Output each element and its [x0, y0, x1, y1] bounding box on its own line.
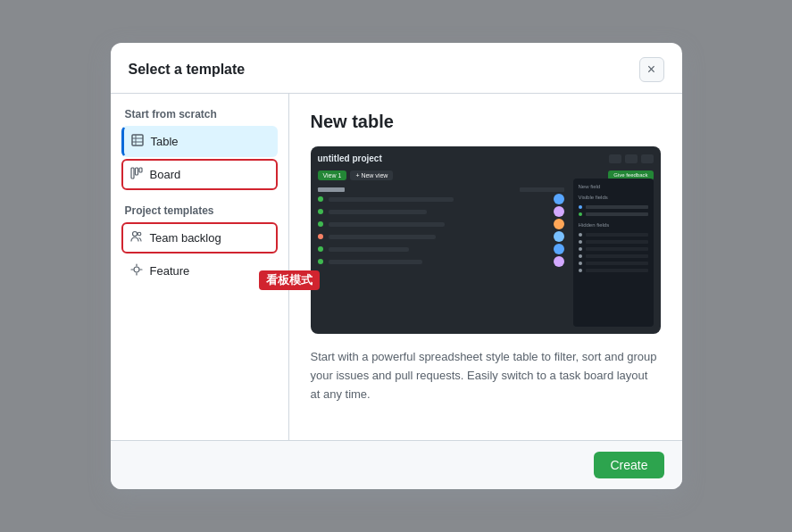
template-modal: Select a template × Start from scratch	[111, 43, 682, 488]
scratch-section-label: Start from scratch	[121, 108, 278, 121]
team-backlog-icon	[130, 230, 143, 245]
preview-avatar-5	[554, 244, 564, 254]
preview-icon-1	[609, 154, 621, 163]
preview-panel-title: New field	[579, 184, 648, 189]
preview-toolbar-icons	[609, 154, 654, 163]
board-icon	[130, 167, 143, 182]
modal-header: Select a template ×	[111, 43, 682, 94]
preview-text-4	[329, 235, 436, 239]
preview-row-4	[318, 231, 564, 242]
preview-field-dot-5	[579, 247, 582, 251]
preview-dot-4	[318, 234, 323, 239]
preview-row-6	[318, 256, 564, 267]
preview-field-labels	[579, 233, 648, 237]
preview-field-text-3	[586, 233, 648, 237]
template-title: New table	[311, 112, 661, 132]
preview-text-1	[329, 197, 454, 202]
team-backlog-label: Team backlog	[150, 231, 221, 245]
preview-hidden-fields-label: Hidden fields	[579, 222, 648, 228]
preview-field-assignees	[579, 205, 648, 209]
preview-field-status	[579, 212, 648, 216]
preview-field-dot-6	[579, 254, 582, 258]
close-icon: ×	[647, 62, 655, 78]
svg-rect-6	[139, 168, 142, 172]
sidebar-item-board[interactable]: Board	[121, 159, 278, 190]
preview-row-2	[318, 206, 564, 217]
preview-field-text-7	[586, 262, 648, 265]
preview-field-tracks	[579, 247, 648, 251]
table-label: Table	[151, 135, 179, 148]
preview-text-5	[329, 247, 409, 252]
preview-table: Title	[318, 187, 564, 267]
preview-field-text-1	[586, 205, 648, 209]
svg-rect-5	[135, 168, 138, 175]
preview-tab-new: + New view	[350, 170, 393, 180]
preview-text-3	[329, 222, 445, 227]
preview-dot-1	[318, 196, 323, 202]
modal-footer: Create	[111, 440, 682, 489]
preview-dot-3	[318, 221, 323, 227]
preview-row-1	[318, 194, 564, 204]
preview-row-5	[318, 244, 564, 254]
templates-section-label: Project templates	[121, 204, 278, 217]
svg-point-9	[134, 267, 139, 272]
preview-field-reviewers	[579, 254, 648, 258]
svg-rect-0	[132, 135, 143, 145]
preview-row-3	[318, 219, 564, 229]
sidebar-item-feature[interactable]: Feature	[121, 255, 278, 287]
preview-avatar-3	[554, 219, 564, 229]
preview-text-6	[329, 260, 422, 264]
preview-project-name: untitled project	[318, 154, 382, 163]
preview-field-repository	[579, 262, 648, 265]
preview-dot-5	[318, 246, 323, 252]
preview-field-text-2	[586, 212, 648, 216]
preview-header-assignees	[520, 187, 564, 192]
svg-point-7	[132, 232, 137, 237]
preview-field-text-8	[586, 269, 648, 272]
preview-field-linked-prs	[579, 240, 648, 244]
preview-avatar-4	[554, 231, 564, 242]
feature-label: Feature	[150, 264, 190, 278]
preview-icon-2	[625, 154, 638, 163]
preview-field-milestone	[579, 269, 648, 272]
modal-overlay: Select a template × Start from scratch	[0, 0, 792, 532]
preview-field-text-6	[586, 254, 648, 258]
preview-tab-1: View 1	[318, 170, 347, 180]
sidebar-item-table[interactable]: Table	[121, 126, 278, 157]
preview-dot-2	[318, 209, 323, 214]
template-sidebar: Start from scratch Table	[111, 94, 289, 439]
preview-avatar-1	[554, 194, 564, 204]
preview-visible-fields-label: Visible fields	[579, 195, 648, 200]
table-icon	[131, 134, 144, 149]
preview-field-text-4	[586, 240, 648, 244]
preview-field-dot-8	[579, 269, 582, 272]
modal-close-button[interactable]: ×	[639, 57, 664, 82]
preview-dot-6	[318, 259, 323, 264]
preview-icon-3	[641, 154, 654, 163]
preview-field-text-5	[586, 247, 648, 251]
modal-title: Select a template	[129, 62, 246, 78]
preview-field-dot-3	[579, 233, 582, 237]
preview-text-2	[329, 210, 427, 214]
template-description: Start with a powerful spreadsheet style …	[311, 348, 661, 403]
board-label: Board	[150, 168, 181, 181]
preview-field-dot-1	[579, 205, 582, 209]
svg-point-8	[138, 232, 141, 236]
feature-icon	[130, 263, 143, 278]
sidebar-item-team-backlog[interactable]: Team backlog	[121, 222, 278, 254]
preview-header-row: Title	[318, 187, 564, 192]
preview-avatar-6	[554, 256, 564, 267]
svg-rect-4	[131, 168, 134, 179]
preview-avatar-2	[554, 206, 564, 217]
preview-right-panel: New field Visible fields Hidden fields	[573, 179, 654, 327]
preview-field-dot-4	[579, 240, 582, 244]
modal-body: Start from scratch Table	[111, 94, 682, 439]
template-preview: untitled project View 1 + New view Gi	[311, 146, 661, 334]
preview-field-dot-7	[579, 262, 582, 265]
template-main: New table untitled project	[289, 94, 682, 439]
create-button[interactable]: Create	[594, 452, 663, 478]
preview-field-dot-2	[579, 212, 582, 216]
